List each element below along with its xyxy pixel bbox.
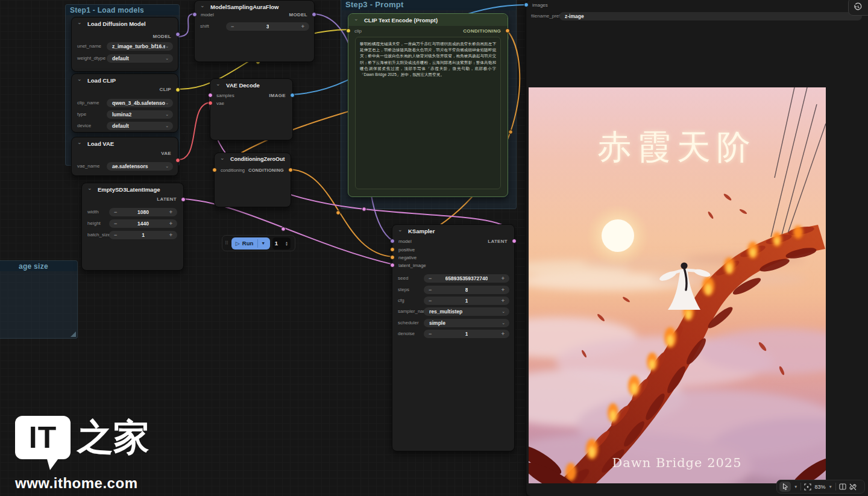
output-slot-model[interactable] <box>312 12 316 17</box>
collapse-icon[interactable]: ⌄ <box>398 227 403 233</box>
input-slot-positive[interactable] <box>390 247 395 252</box>
collapse-icon[interactable]: ⌄ <box>216 81 221 87</box>
increment-icon[interactable]: + <box>502 331 505 337</box>
input-slot-latent-image[interactable] <box>390 263 395 268</box>
steps-number-widget[interactable]: − 8 + <box>424 286 509 294</box>
chevron-down-icon: ⌄ <box>165 101 173 105</box>
width-number-widget[interactable]: − 1080 + <box>109 208 177 216</box>
scheduler-combo[interactable]: simple ⌄ <box>424 319 509 327</box>
group-image-size[interactable]: age size <box>0 260 78 339</box>
output-slot-latent[interactable] <box>181 197 186 202</box>
node-load-clip[interactable]: ⌄ Load CLIP CLIP clip_name qwen_3_4b.saf… <box>71 74 178 133</box>
toggle-links-button[interactable] <box>849 483 857 491</box>
increment-icon[interactable]: + <box>502 275 505 281</box>
collapse-icon[interactable]: ⌄ <box>77 19 82 25</box>
history-button[interactable] <box>848 0 868 16</box>
output-slot-latent[interactable] <box>512 239 517 243</box>
decrement-icon[interactable]: − <box>114 209 117 215</box>
filename-prefix-input[interactable]: z-image <box>559 12 862 20</box>
widget-label: denoise <box>398 330 415 338</box>
chevron-down-icon[interactable]: ▼ <box>258 241 268 245</box>
zoom-level[interactable]: 83% <box>814 484 825 490</box>
seed-number-widget[interactable]: − 658935359372740 + <box>424 274 509 283</box>
decrement-icon[interactable]: − <box>231 24 234 30</box>
decrement-icon[interactable]: − <box>114 232 117 238</box>
input-slot-model[interactable] <box>192 12 197 17</box>
decrement-icon[interactable]: − <box>429 331 432 337</box>
height-number-widget[interactable]: − 1440 + <box>109 219 177 228</box>
collapse-icon[interactable]: ⌄ <box>77 139 82 145</box>
prompt-textarea[interactable]: 黎明粉橘霞光铺满天空，一座由万千赤红与羽缎织面成的悬空长桥自画面左下延伸至右上，… <box>355 37 501 189</box>
output-slot-image[interactable] <box>290 93 295 98</box>
collapse-icon[interactable]: ⌄ <box>87 185 92 191</box>
chevron-down-icon[interactable]: ▼ <box>828 485 832 489</box>
collapse-icon[interactable]: ⌄ <box>77 76 82 82</box>
node-load-vae[interactable]: ⌄ Load VAE VAE vae_name ae.safetensors ⌄ <box>71 137 178 176</box>
decrement-icon[interactable]: − <box>429 275 432 281</box>
output-slot-conditioning[interactable] <box>505 28 510 33</box>
decrement-icon[interactable]: − <box>429 287 432 293</box>
unet-name-combo[interactable]: z_image_turbo_bf16.sa... ⌄ <box>107 42 173 51</box>
output-slot-conditioning[interactable] <box>288 168 293 172</box>
shift-number-widget[interactable]: − 3 + <box>226 22 309 31</box>
decrement-icon[interactable]: − <box>114 221 117 227</box>
node-model-sampling-auraflow[interactable]: ⌄ ModelSamplingAuraFlow model MODEL shif… <box>194 0 315 62</box>
sampler-name-combo[interactable]: res_multistep ⌄ <box>424 307 509 316</box>
group-step3-header[interactable]: Step3 - Prompt <box>341 0 516 10</box>
increment-icon[interactable]: + <box>502 298 505 304</box>
batch-count-stepper[interactable]: 1 ▲▼ <box>272 237 291 250</box>
input-slot-model[interactable] <box>390 239 395 243</box>
widget-label: seed <box>398 274 408 283</box>
node-conditioning-zero-out[interactable]: ⌄ ConditioningZeroOut conditioning CONDI… <box>214 152 291 207</box>
cfg-number-widget[interactable]: − 1 + <box>424 297 509 305</box>
run-button[interactable]: ▷ Run ▼ <box>231 237 270 250</box>
vae-name-combo[interactable]: ae.safetensors ⌄ <box>107 162 173 171</box>
increment-icon[interactable]: + <box>169 232 172 238</box>
node-empty-sd3-latent-image[interactable]: ⌄ EmptySD3LatentImage LATENT width − 108… <box>81 183 184 271</box>
input-slot-samples[interactable] <box>208 93 213 98</box>
clip-device-combo[interactable]: default ⌄ <box>107 122 173 130</box>
input-slot-conditioning[interactable] <box>212 168 217 172</box>
collapse-icon[interactable]: ⌄ <box>220 155 225 161</box>
input-slot-vae[interactable] <box>208 101 213 105</box>
denoise-number-widget[interactable]: − 1 + <box>424 330 509 338</box>
step-down-icon[interactable]: ▼ <box>285 243 288 246</box>
output-slot-vae[interactable] <box>175 158 180 163</box>
image-title-text: 赤霞天阶 <box>597 127 756 166</box>
increment-icon[interactable]: + <box>169 209 172 215</box>
widget-label: device <box>77 122 91 130</box>
node-ksampler[interactable]: ⌄ KSampler model positive negative laten… <box>392 224 515 451</box>
group-resize-handle[interactable] <box>71 331 76 337</box>
node-vae-decode[interactable]: ⌄ VAE Decode samples vae IMAGE <box>210 78 293 140</box>
input-slot-images[interactable] <box>524 2 529 7</box>
collapse-icon[interactable]: ⌄ <box>354 16 359 22</box>
node-clip-text-encode[interactable]: ⌄ CLIP Text Encode (Prompt) clip CONDITI… <box>348 13 508 197</box>
increment-icon[interactable]: + <box>502 287 505 293</box>
increment-icon[interactable]: + <box>169 221 172 227</box>
group-step1-header[interactable]: Step1 - Load models <box>66 5 179 15</box>
collapse-icon[interactable]: ⌄ <box>200 2 205 8</box>
chevron-down-icon[interactable]: ▼ <box>794 485 797 489</box>
batch-size-number-widget[interactable]: − 1 + <box>109 231 177 239</box>
drag-handle-icon[interactable]: ⠿ <box>225 242 229 245</box>
decrement-icon[interactable]: − <box>429 298 432 304</box>
input-slot-negative[interactable] <box>390 255 395 260</box>
increment-icon[interactable]: + <box>301 24 304 30</box>
minimap-toggle-button[interactable] <box>839 483 846 490</box>
input-label: negative <box>398 255 417 260</box>
input-slot-clip[interactable] <box>346 28 351 33</box>
stepper-arrows[interactable]: ▲▼ <box>285 241 288 246</box>
fit-view-button[interactable] <box>804 483 811 491</box>
clip-name-combo[interactable]: qwen_3_4b.safetensors ⌄ <box>107 99 173 107</box>
output-slot-model[interactable] <box>175 32 180 37</box>
canvas-toolbar[interactable]: ▼ 83% ▼ <box>776 480 865 494</box>
pointer-tool-button[interactable] <box>779 482 791 492</box>
clip-type-combo[interactable]: lumina2 ⌄ <box>107 110 173 119</box>
run-bar[interactable]: ⠿ ▷ Run ▼ 1 ▲▼ <box>222 235 295 251</box>
node-save-image[interactable]: images filename_prefix z-image <box>526 0 868 496</box>
group-image-size-header[interactable]: age size <box>0 261 77 271</box>
node-load-diffusion-model[interactable]: ⌄ Load Diffusion Model MODEL unet_name z… <box>71 17 178 72</box>
output-label: VAE <box>161 151 171 156</box>
weight-dtype-combo[interactable]: default ⌄ <box>107 54 173 63</box>
output-slot-clip[interactable] <box>175 87 180 92</box>
